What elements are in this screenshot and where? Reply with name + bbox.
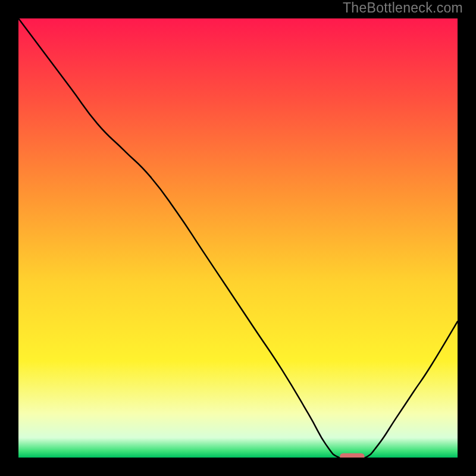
gradient-background — [18, 18, 458, 458]
plot-area — [18, 18, 458, 458]
watermark-text: TheBottleneck.com — [343, 0, 463, 17]
chart-frame: TheBottleneck.com — [0, 0, 476, 476]
marker-pill — [340, 453, 364, 458]
plot-svg — [18, 18, 458, 458]
